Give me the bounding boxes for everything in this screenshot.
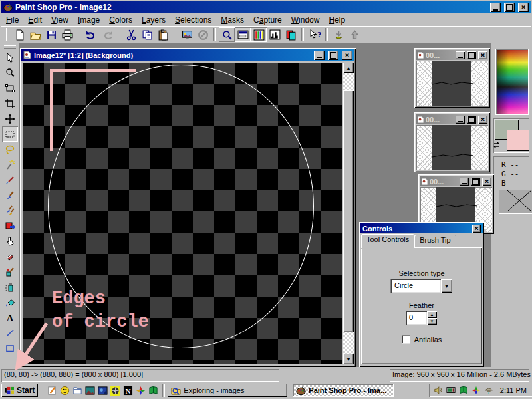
full-screen-preview-button[interactable] [179,27,195,42]
quicklaunch-netscape-icon[interactable]: N [122,384,134,396]
quicklaunch-star-icon[interactable] [134,384,147,396]
arrange-up-button[interactable] [346,27,362,42]
crop-tool[interactable] [2,96,18,111]
tray-book-icon[interactable] [458,385,469,396]
arrange-down-button[interactable] [331,27,346,42]
task-exploring-images[interactable]: Exploring - images [168,384,287,397]
swap-colors-icon[interactable] [493,141,501,149]
thumbnail-2-titlebar[interactable]: 00... × [416,114,488,124]
scroll-down-button[interactable]: ▼ [343,354,354,364]
quicklaunch-book-icon[interactable] [147,384,160,396]
spin-down-icon[interactable]: ▼ [427,318,437,325]
close-button[interactable]: × [482,178,491,186]
menu-window[interactable]: Window [287,14,325,26]
save-button[interactable] [43,27,59,42]
menu-help[interactable]: Help [324,14,350,26]
tab-brush-tip[interactable]: Brush Tip [414,235,456,248]
taskbar-clock[interactable]: 2:11 PM [496,386,529,394]
selection-tool[interactable] [2,126,18,142]
dropper-tool[interactable] [2,172,18,188]
shape-tool[interactable] [2,340,18,356]
image-window[interactable]: Image12* [1:2] (Background) × Edgesof ci… [20,48,356,367]
background-color-swatch[interactable] [507,130,529,151]
maximize-button[interactable] [504,3,515,12]
spin-up-icon[interactable]: ▲ [427,311,437,318]
eraser-tool[interactable] [2,249,18,264]
maximize-button[interactable] [471,178,480,186]
task-paint-shop-pro[interactable]: Paint Shop Pro - Ima... [293,384,394,397]
menu-selections[interactable]: Selections [170,14,216,26]
minimize-button[interactable] [460,178,469,186]
mover-tool[interactable] [2,111,18,126]
minimize-button[interactable] [314,51,325,60]
volume-icon[interactable] [433,385,444,396]
minimize-button[interactable] [490,3,501,12]
menu-edit[interactable]: Edit [23,14,47,26]
quicklaunch-notepad-icon[interactable] [46,384,59,396]
menu-colors[interactable]: Colors [104,14,137,26]
feather-spinner[interactable]: 0 ▲▼ [406,311,437,325]
quicklaunch-image-viewer-icon[interactable] [84,384,96,396]
menu-layers[interactable]: Layers [137,14,170,26]
picture-tube-tool[interactable] [2,264,18,279]
freehand-tool[interactable] [2,142,18,157]
controls-titlebar[interactable]: Controls × [360,223,483,233]
quicklaunch-folder-icon[interactable] [71,384,84,396]
thumbnail-2-canvas[interactable] [416,125,488,170]
clone-brush-tool[interactable] [2,203,18,218]
color-gradient-picker[interactable] [496,49,528,114]
antialias-checkbox[interactable] [402,335,410,344]
flood-fill-tool[interactable] [2,295,18,310]
maximize-button[interactable] [467,51,476,59]
zoom-tool[interactable] [2,65,18,80]
thumbnail-window-2[interactable]: 00... × [414,112,490,172]
close-button[interactable]: × [342,51,352,60]
color-bars-button[interactable] [251,27,267,42]
menu-capture[interactable]: Capture [249,14,287,26]
thumbnail-3-titlebar[interactable]: 00... × [420,176,492,186]
maximize-button[interactable] [328,51,338,60]
tool-palette-grip[interactable] [4,45,16,49]
paintbrush-tool[interactable] [2,188,18,203]
psp-tube-tray-icon[interactable] [483,385,495,396]
retouch-tool[interactable] [2,233,18,249]
dropdown-arrow-icon[interactable]: ▼ [441,279,452,293]
normal-viewing-button[interactable] [235,27,251,42]
quicklaunch-photo-app-icon[interactable] [96,384,109,396]
display-settings-icon[interactable] [446,385,457,396]
copy-button[interactable] [139,27,155,42]
redo-button[interactable] [99,27,115,42]
toggle-colors-button[interactable] [283,27,299,42]
text-tool[interactable]: A [2,310,18,325]
tab-tool-controls[interactable]: Tool Controls [361,234,414,248]
quicklaunch-smiley-icon[interactable] [59,384,71,396]
color-replacer-tool[interactable] [2,218,18,233]
line-tool[interactable] [2,325,18,340]
selection-type-dropdown[interactable]: Circle ▼ [391,279,452,293]
no-preview-button[interactable] [195,27,211,42]
tray-star-icon[interactable] [471,385,482,396]
start-button[interactable]: Start [1,384,38,397]
close-button[interactable]: × [478,116,487,124]
histogram-button[interactable] [267,27,283,42]
toolbar-grip[interactable] [6,28,9,41]
quicklaunch-wheel-icon[interactable] [109,384,122,396]
menu-masks[interactable]: Masks [216,14,249,26]
undo-button[interactable] [83,27,99,42]
paste-button[interactable] [155,27,171,42]
image-window-titlebar[interactable]: Image12* [1:2] (Background) × [21,49,354,61]
close-button[interactable]: × [472,225,481,233]
deformation-tool[interactable] [2,80,18,96]
maximize-button[interactable] [467,116,476,124]
airbrush-tool[interactable] [2,279,18,295]
minimize-button[interactable] [456,51,465,59]
minimize-button[interactable] [456,116,465,124]
new-button[interactable] [11,27,27,42]
close-button[interactable]: × [518,3,529,12]
menu-view[interactable]: View [47,14,73,26]
image-canvas[interactable]: Edgesof circle [23,63,342,364]
thumbnail-1-titlebar[interactable]: 00... × [416,50,488,60]
magic-wand-tool[interactable] [2,157,18,172]
vertical-scrollbar[interactable]: ▲ ▼ [343,63,354,364]
print-button[interactable] [59,27,75,42]
